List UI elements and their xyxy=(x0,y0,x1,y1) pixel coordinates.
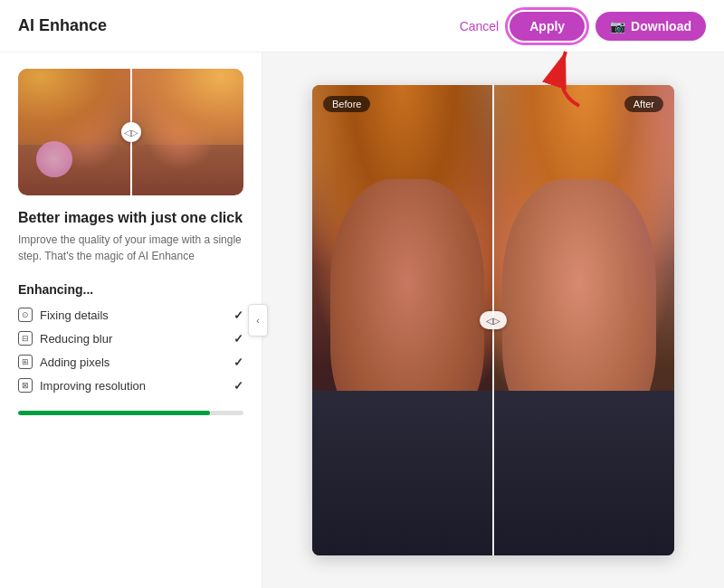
collapse-panel-button[interactable]: ‹ xyxy=(248,304,268,337)
fixing-details-label: Fixing details xyxy=(40,308,109,322)
enhance-item-left: ⊞ Adding pixels xyxy=(18,355,110,369)
compare-handle[interactable]: ◁▷ xyxy=(480,311,507,329)
main-layout: ◁▷ Better images with just one click Imp… xyxy=(0,52,724,588)
fixing-details-check: ✓ xyxy=(233,308,243,322)
improving-resolution-icon: ⊠ xyxy=(18,378,33,393)
adding-pixels-label: Adding pixels xyxy=(40,356,110,369)
reducing-blur-icon: ⊟ xyxy=(18,331,33,346)
improving-resolution-check: ✓ xyxy=(233,379,243,393)
preview-handle[interactable]: ◁▷ xyxy=(121,122,141,142)
reducing-blur-label: Reducing blur xyxy=(40,332,112,346)
progress-container xyxy=(18,411,243,415)
purple-tint xyxy=(602,85,674,367)
after-label: After xyxy=(624,96,663,112)
body-after xyxy=(493,391,674,555)
fixing-details-icon: ⊙ xyxy=(18,308,33,322)
improving-resolution-label: Improving resolution xyxy=(40,379,146,393)
adding-pixels-check: ✓ xyxy=(233,356,243,369)
header-actions: Cancel Apply 📷 Download xyxy=(460,12,706,41)
after-image xyxy=(493,85,674,555)
enhancing-title: Enhancing... xyxy=(18,282,243,297)
right-panel: ‹ ◁▷ Before After xyxy=(262,52,724,588)
before-label: Before xyxy=(323,96,370,112)
enhance-item-left: ⊠ Improving resolution xyxy=(18,378,146,393)
chevron-left-icon: ‹ xyxy=(256,315,260,326)
left-panel: ◁▷ Better images with just one click Imp… xyxy=(0,52,262,588)
apply-button[interactable]: Apply xyxy=(510,12,585,41)
hair-left xyxy=(18,69,131,145)
enhance-item-blur: ⊟ Reducing blur ✓ xyxy=(18,331,243,346)
enhance-item-fixing: ⊙ Fixing details ✓ xyxy=(18,308,243,322)
before-image xyxy=(312,85,493,555)
compare-container[interactable]: ◁▷ Before After xyxy=(312,85,674,555)
handle-arrows-icon: ◁▷ xyxy=(486,316,500,326)
adding-pixels-icon: ⊞ xyxy=(18,355,33,369)
download-button[interactable]: 📷 Download xyxy=(595,12,706,41)
enhance-item-left: ⊟ Reducing blur xyxy=(18,331,112,346)
body-before xyxy=(312,391,493,555)
panel-title: Better images with just one click xyxy=(18,210,243,226)
page-title: AI Enhance xyxy=(18,16,107,35)
enhancing-section: Enhancing... ⊙ Fixing details ✓ ⊟ Reduci… xyxy=(18,282,243,415)
progress-bar-background xyxy=(18,411,243,415)
camera-icon: 📷 xyxy=(610,19,625,33)
panel-description: Improve the quality of your image with a… xyxy=(18,232,243,264)
enhance-item-resolution: ⊠ Improving resolution ✓ xyxy=(18,378,243,393)
progress-bar-fill xyxy=(18,411,210,415)
download-label: Download xyxy=(631,19,691,33)
header: AI Enhance Cancel Apply 📷 Download xyxy=(0,0,724,52)
cancel-button[interactable]: Cancel xyxy=(460,19,500,33)
enhance-item-pixels: ⊞ Adding pixels ✓ xyxy=(18,355,243,369)
enhance-item-left: ⊙ Fixing details xyxy=(18,308,109,322)
hair-right xyxy=(131,69,244,145)
preview-image: ◁▷ xyxy=(18,69,243,195)
reducing-blur-check: ✓ xyxy=(233,332,243,346)
bubble-element xyxy=(36,141,72,177)
